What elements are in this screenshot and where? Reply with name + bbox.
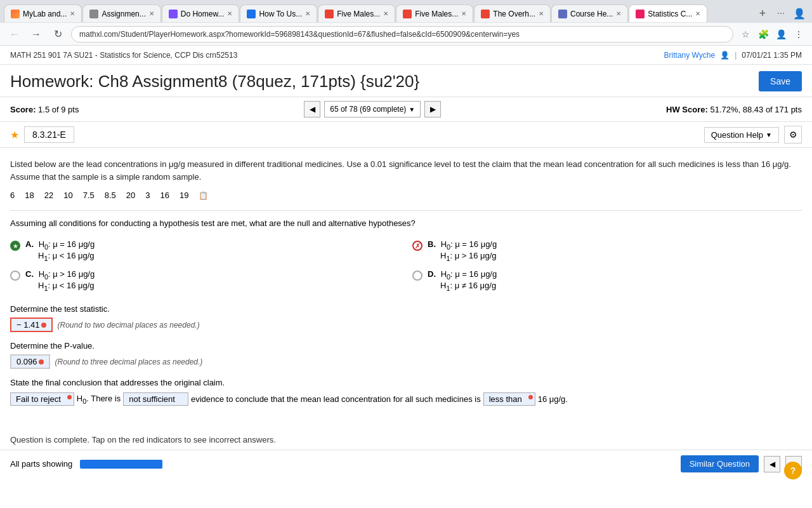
choice-b[interactable]: B. H0: μ = 16 μg/g H1: μ > 16 μg/g	[412, 237, 802, 264]
pvalue-input[interactable]: 0.096	[10, 354, 50, 369]
tab-close-button[interactable]: ✕	[695, 10, 700, 17]
data-val-10: 19	[180, 190, 188, 200]
tab-close-button[interactable]: ✕	[461, 10, 466, 17]
conclusion-section: State the final conclusion that addresse…	[10, 378, 802, 406]
browser-tab-t8[interactable]: Course He... ✕	[551, 4, 628, 22]
tab-title: Assignmen...	[102, 10, 145, 18]
browser-tab-t2[interactable]: Assignmen... ✕	[82, 4, 160, 22]
test-statistic-error-indicator	[41, 323, 46, 328]
profile-nav-icon[interactable]: 👤	[774, 27, 788, 41]
help-dropdown-icon: ▼	[766, 131, 772, 138]
menu-icon[interactable]: ⋮	[792, 27, 806, 41]
hw-score-value: 51.72%, 88.43 of 171 pts	[710, 105, 802, 114]
conclusion-text-2: evidence to conclude that the mean lead …	[191, 394, 481, 404]
tab-favicon	[403, 10, 412, 18]
back-button[interactable]: ←	[6, 26, 23, 43]
choice-b-label: B. H0: μ = 16 μg/g H1: μ > 16 μg/g	[428, 239, 497, 262]
settings-button[interactable]: ⚙	[784, 126, 802, 144]
question-id: 8.3.21-E	[24, 126, 74, 143]
test-statistic-hint: (Round to two decimal places as needed.)	[58, 321, 200, 330]
tab-title: Do Homew...	[181, 10, 225, 18]
test-statistic-input[interactable]: − 1.41	[10, 318, 53, 332]
data-val-1: 6	[10, 190, 15, 200]
tab-favicon	[89, 10, 98, 18]
browser-tab-t9[interactable]: Statistics C... ✕	[629, 4, 707, 22]
question-help-label: Question Help	[711, 130, 763, 140]
question-nav-text: 65 of 78 (69 complete)	[330, 105, 406, 114]
extensions-icon[interactable]: 🧩	[756, 27, 770, 41]
forward-button[interactable]: →	[28, 26, 44, 43]
dropdown-arrow-icon: ▼	[409, 106, 415, 113]
data-val-4: 10	[63, 190, 72, 200]
data-values-row: 6 18 22 10 7.5 8.5 20 3 16 19 📋	[10, 190, 802, 200]
tab-close-button[interactable]: ✕	[70, 10, 75, 17]
tab-close-button[interactable]: ✕	[149, 10, 154, 17]
copy-data-icon[interactable]: 📋	[199, 191, 208, 200]
question-selector[interactable]: 65 of 78 (69 complete) ▼	[324, 101, 421, 117]
conclusion-dropdown-3[interactable]: less than	[483, 392, 535, 406]
conclusion-dropdown-1[interactable]: Fail to reject	[10, 392, 74, 406]
next-question-button[interactable]: ▶	[424, 101, 441, 117]
browser-tab-t4[interactable]: How To Us... ✕	[240, 4, 317, 22]
tab-favicon	[558, 10, 567, 18]
data-val-9: 16	[160, 190, 169, 200]
hw-score-label: HW Score:	[666, 105, 708, 114]
choices-grid: A. H0: μ = 16 μg/g H1: μ < 16 μg/g B. H0…	[10, 237, 802, 294]
help-circle-button[interactable]: ?	[784, 462, 802, 478]
browser-tab-t5[interactable]: Five Males... ✕	[318, 4, 395, 22]
browser-tab-t3[interactable]: Do Homew... ✕	[162, 4, 240, 22]
bottom-prev-button[interactable]: ◀	[764, 456, 780, 472]
bookmark-icon[interactable]: ☆	[738, 27, 752, 41]
datetime: 07/01/21 1:35 PM	[742, 51, 802, 60]
conclusion-dropdown-1-error	[67, 395, 72, 399]
tab-title: How To Us...	[259, 10, 302, 18]
tab-favicon	[247, 10, 256, 18]
tab-favicon	[11, 10, 20, 18]
conclusion-h0: H0. There is	[77, 394, 121, 405]
browser-tab-t6[interactable]: Five Males... ✕	[396, 4, 473, 22]
separator: |	[735, 51, 737, 60]
tab-close-button[interactable]: ✕	[227, 10, 232, 17]
browser-tab-t7[interactable]: The Overh... ✕	[474, 4, 551, 22]
conclusion-dropdown-2[interactable]: not sufficient	[123, 392, 188, 406]
user-icon: 👤	[720, 51, 730, 60]
tab-close-button[interactable]: ✕	[383, 10, 388, 17]
tab-title: Five Males...	[337, 10, 380, 18]
tab-title: Statistics C...	[648, 10, 692, 18]
score-label: Score:	[10, 105, 36, 114]
choice-a-label: A. H0: μ = 16 μg/g H1: μ < 16 μg/g	[25, 239, 95, 262]
score-value: 1.5 of 9 pts	[38, 105, 79, 114]
address-bar[interactable]	[71, 26, 733, 43]
tab-close-button[interactable]: ✕	[539, 10, 544, 17]
all-parts-label: All parts showing	[10, 459, 72, 469]
choice-d-radio[interactable]	[412, 271, 422, 281]
save-button[interactable]: Save	[759, 71, 802, 91]
tab-close-button[interactable]: ✕	[616, 10, 621, 17]
data-val-3: 22	[44, 190, 53, 200]
tab-favicon	[325, 10, 334, 18]
hypothesis-question: Assuming all conditions for conducting a…	[10, 218, 802, 228]
user-name: Brittany Wyche	[664, 51, 716, 60]
choice-a-radio[interactable]	[10, 241, 20, 251]
new-tab-button[interactable]: +	[754, 4, 771, 22]
homework-title: Homework: Ch8 Assignment8 (78quez, 171pt…	[10, 72, 419, 91]
test-statistic-section: Determine the test statistic. − 1.41 (Ro…	[10, 304, 802, 332]
choice-d[interactable]: D. H0: μ = 16 μg/g H1: μ ≠ 16 μg/g	[412, 267, 802, 294]
tab-close-button[interactable]: ✕	[305, 10, 310, 17]
tab-title: The Overh...	[493, 10, 535, 18]
choice-a[interactable]: A. H0: μ = 16 μg/g H1: μ < 16 μg/g	[10, 237, 400, 264]
browser-tab-t1[interactable]: MyLab and... ✕	[4, 4, 82, 22]
question-text: Listed below are the lead concentrations…	[10, 158, 802, 183]
choice-c-radio[interactable]	[10, 271, 20, 281]
progress-bar	[80, 460, 162, 469]
prev-question-button[interactable]: ◀	[304, 101, 320, 117]
choice-c[interactable]: C. H0: μ > 16 μg/g H1: μ < 16 μg/g	[10, 267, 400, 294]
choice-b-radio[interactable]	[412, 241, 422, 251]
similar-question-button[interactable]: Similar Question	[681, 455, 759, 472]
tab-favicon	[636, 10, 645, 18]
question-help-button[interactable]: Question Help ▼	[704, 127, 779, 143]
reload-button[interactable]: ↻	[49, 26, 66, 43]
pvalue-error-indicator	[39, 359, 44, 364]
data-val-8: 3	[145, 190, 150, 200]
data-val-5: 7.5	[83, 190, 95, 200]
